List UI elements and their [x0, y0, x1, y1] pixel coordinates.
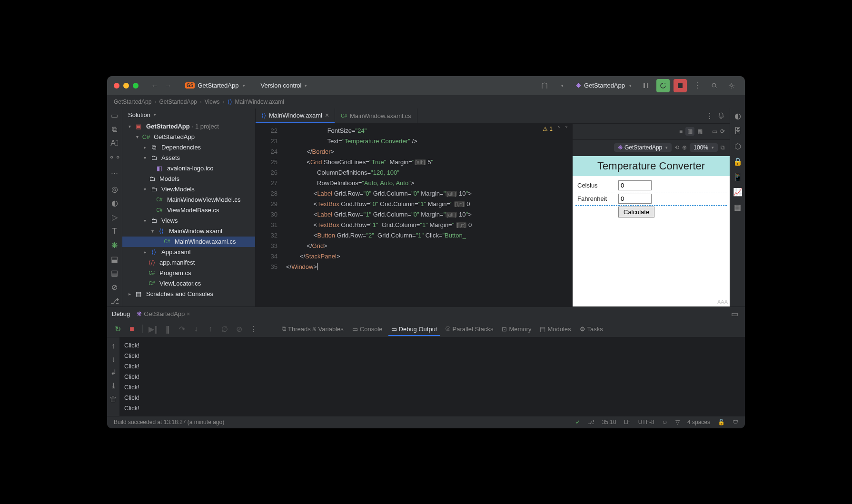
subtab-tasks[interactable]: ⚙Tasks [577, 326, 606, 333]
step-over-icon[interactable]: ↷ [176, 323, 188, 335]
stop-button[interactable] [674, 79, 687, 92]
tree-row-manifest[interactable]: ⟨/⟩app.manifest [122, 257, 255, 268]
project-selector[interactable]: GS GetStartedApp [181, 81, 249, 90]
view-mode-list-icon[interactable]: ≡ [679, 128, 683, 135]
scroll-end-icon[interactable]: ⤓ [108, 380, 119, 392]
caret-position[interactable]: 35:10 [602, 419, 616, 425]
encoding[interactable]: UTF-8 [638, 419, 654, 425]
pause-button[interactable] [639, 79, 653, 92]
subtab-debug-output[interactable]: ▭Debug Output [388, 326, 440, 336]
branch-icon[interactable]: ⎇ [588, 419, 594, 425]
debug-more-icon[interactable]: ⋮ [248, 323, 259, 335]
orient-v-icon[interactable]: ⟳ [720, 128, 725, 135]
subtab-memory[interactable]: ⊡Memory [499, 326, 534, 333]
debug-panel-tab-debug[interactable]: Debug [112, 308, 130, 319]
unit-tests-icon[interactable]: ⬡ [732, 141, 743, 152]
database-icon[interactable]: 🗄 [732, 126, 743, 137]
celsius-input[interactable]: 0 [618, 180, 652, 190]
step-out-icon[interactable]: ↑ [205, 323, 216, 335]
layout-settings-icon[interactable]: ▭ [729, 308, 740, 320]
tree-row-assets[interactable]: ▾🗀Assets [122, 153, 255, 163]
breadcrumb-item[interactable]: Views [205, 99, 220, 105]
mute-breakpoints-icon[interactable]: ⊘ [233, 323, 245, 335]
debug-panel-tab-app[interactable]: ❋GetStartedApp × [137, 308, 190, 319]
line-separator[interactable]: LF [624, 419, 631, 425]
build-icon[interactable] [538, 79, 551, 92]
structure-tool-icon[interactable]: ⧉ [109, 124, 120, 134]
close-tab-icon[interactable]: × [187, 310, 190, 317]
resume-icon[interactable]: ▶‖ [148, 323, 159, 335]
preview-target[interactable]: ❋GetStartedApp [614, 143, 672, 152]
stop-debug-icon[interactable]: ■ [126, 323, 138, 335]
detach-preview-icon[interactable]: ⧉ [721, 144, 725, 151]
endpoints-icon[interactable]: ⚬⚬ [109, 152, 120, 162]
ai-assistant-icon[interactable]: ◐ [732, 110, 743, 122]
folder-tool-icon[interactable]: ▭ [109, 110, 120, 120]
reader-mode-icon[interactable]: ☺ [662, 419, 668, 425]
tree-row-models[interactable]: 🗀Models [122, 174, 255, 184]
search-icon[interactable] [708, 79, 721, 92]
subtab-parallel-stacks[interactable]: ⦾Parallel Stacks [443, 325, 496, 333]
view-mode-image-icon[interactable]: ▩ [697, 128, 703, 135]
run-tool-icon[interactable]: ▷ [109, 212, 120, 222]
step-into-icon[interactable]: ↓ [190, 323, 202, 335]
coverage-icon[interactable]: ▦ [732, 202, 743, 213]
text-tool-icon[interactable]: T [109, 226, 120, 236]
key-icon[interactable]: 🔒 [732, 156, 743, 168]
calculate-button[interactable]: Calculate [618, 207, 654, 217]
indent[interactable]: 4 spaces [687, 419, 710, 425]
nav-forward[interactable]: → [162, 80, 174, 91]
code-content[interactable]: FontSize="24" Text="Temperature Converte… [282, 124, 573, 306]
warning-badge[interactable]: ⚠ 1 [543, 126, 553, 132]
tree-row-solution[interactable]: ▾▣GetStartedApp· 1 project [122, 121, 255, 132]
prev-highlight-icon[interactable]: ˄ [557, 126, 560, 132]
soft-wrap-icon[interactable]: ↲ [108, 367, 119, 378]
tree-row-app[interactable]: ▸⟨⟩App.axaml [122, 247, 255, 257]
print-icon[interactable]: ▤ [109, 268, 120, 278]
fahrenheit-input[interactable]: 0 [618, 194, 652, 204]
nuget-icon[interactable]: ⬓ [109, 254, 120, 264]
run-configuration[interactable]: ❋ GetStartedApp [572, 81, 635, 90]
tree-row-mainwindow-cs[interactable]: C#MainWindow.axaml.cs [122, 237, 255, 247]
refresh-preview-icon[interactable]: ⟲ [674, 144, 679, 151]
tree-row-file[interactable]: C#MainWindowViewModel.cs [122, 195, 255, 205]
profiler-icon[interactable]: 📈 [732, 187, 743, 198]
vcs-menu[interactable]: Version control [260, 82, 307, 89]
close-window[interactable] [114, 83, 119, 89]
minimize-window[interactable] [123, 83, 129, 89]
tree-row-mainwindow[interactable]: ▾⟨⟩MainWindow.axaml [122, 226, 255, 237]
notifications-icon[interactable] [717, 112, 725, 119]
subtab-modules[interactable]: ▤Modules [537, 326, 574, 333]
tree-row-logo[interactable]: ◧avalonia-logo.ico [122, 163, 255, 174]
next-highlight-icon[interactable]: ˅ [565, 126, 568, 132]
more-menu[interactable]: ⋮ [691, 79, 704, 92]
tree-row-deps[interactable]: ▸⧉Dependencies [122, 142, 255, 153]
rerun-button[interactable] [656, 79, 670, 92]
tree-row-project[interactable]: ▾C#GetStartedApp [122, 132, 255, 142]
tree-row-viewmodels[interactable]: ▾🗀ViewModels [122, 184, 255, 195]
build-status[interactable]: Build succeeded at 13:18:27 (a minute ag… [114, 419, 224, 425]
zoom-in-icon[interactable]: ⊕ [682, 144, 687, 151]
scroll-down-icon[interactable]: ↓ [108, 354, 119, 365]
git-icon[interactable]: ⎇ [109, 296, 120, 306]
tree-row-locator[interactable]: C#ViewLocator.cs [122, 278, 255, 289]
services-icon[interactable]: ◎ [109, 184, 120, 194]
filter-icon[interactable]: ▽ [675, 419, 680, 425]
breadcrumb-item[interactable]: GetStartedApp [159, 99, 197, 105]
zoom-level[interactable]: 100% [690, 143, 718, 152]
maximize-window[interactable] [133, 83, 139, 89]
shield-icon[interactable]: 🛡 [733, 419, 738, 425]
subtab-threads[interactable]: ⧉Threads & Variables [279, 325, 347, 333]
todo-icon[interactable]: ◐ [109, 198, 120, 208]
device-icon[interactable]: 📱 [732, 171, 743, 183]
clear-icon[interactable]: 🗑 [108, 394, 119, 405]
breadcrumb-item[interactable]: MainWindow.axaml [235, 99, 284, 105]
rerun-debug-icon[interactable]: ↻ [112, 323, 123, 335]
debug-console[interactable]: Click!Click!Click!Click!Click!Click!Clic… [119, 337, 745, 416]
tab-mainwindow-axaml[interactable]: ⟨⟩ MainWindow.axaml × [256, 109, 335, 123]
tabs-more-icon[interactable]: ⋮ [706, 111, 713, 120]
code-editor[interactable]: ⚠ 1 ˄ ˅ 2223242526272829303132333435 Fon… [256, 124, 573, 306]
scroll-up-icon[interactable]: ↑ [108, 340, 119, 352]
status-ok-icon[interactable]: ✓ [575, 419, 580, 425]
pause-debug-icon[interactable]: ‖ [162, 323, 173, 335]
